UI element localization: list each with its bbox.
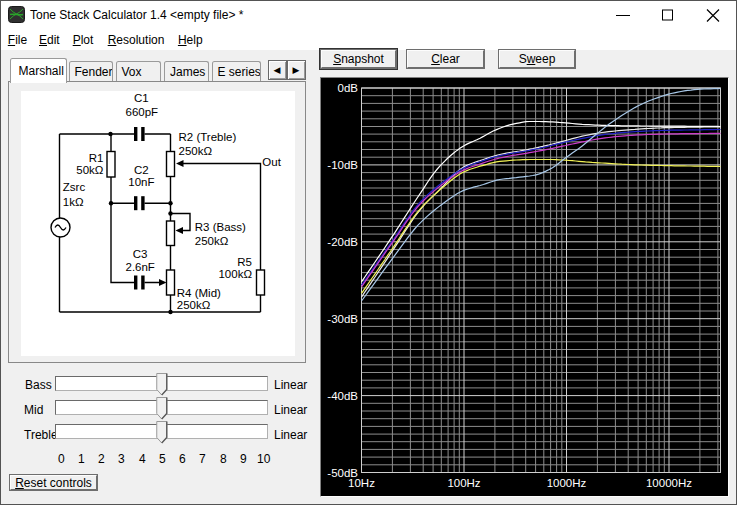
svg-text:-20dB: -20dB — [327, 236, 358, 248]
svg-text:Out: Out — [262, 156, 281, 168]
svg-text:50kΩ: 50kΩ — [76, 164, 104, 176]
svg-text:250kΩ: 250kΩ — [177, 299, 211, 311]
svg-text:660pF: 660pF — [125, 106, 158, 118]
svg-text:R3 (Bass): R3 (Bass) — [195, 221, 246, 233]
svg-text:10000Hz: 10000Hz — [646, 477, 692, 489]
svg-text:10Hz: 10Hz — [348, 477, 375, 489]
svg-text:10nF: 10nF — [128, 176, 154, 188]
svg-text:C1: C1 — [134, 92, 149, 104]
svg-text:Zsrc: Zsrc — [63, 181, 86, 193]
svg-text:R5: R5 — [237, 256, 252, 268]
svg-text:R2 (Treble): R2 (Treble) — [179, 131, 237, 143]
svg-text:100kΩ: 100kΩ — [218, 268, 252, 280]
svg-text:-40dB: -40dB — [327, 390, 358, 402]
svg-text:100Hz: 100Hz — [447, 477, 480, 489]
svg-text:R1: R1 — [89, 152, 104, 164]
svg-text:2.6nF: 2.6nF — [125, 261, 154, 273]
svg-text:0dB: 0dB — [338, 82, 359, 94]
svg-text:R4 (Mid): R4 (Mid) — [177, 287, 221, 299]
svg-text:-30dB: -30dB — [327, 313, 358, 325]
svg-text:1kΩ: 1kΩ — [63, 196, 84, 208]
svg-text:C3: C3 — [133, 248, 148, 260]
svg-text:250kΩ: 250kΩ — [179, 145, 213, 157]
svg-text:250kΩ: 250kΩ — [195, 235, 229, 247]
svg-text:C2: C2 — [134, 164, 149, 176]
svg-text:1000Hz: 1000Hz — [547, 477, 587, 489]
svg-text:-10dB: -10dB — [327, 159, 358, 171]
